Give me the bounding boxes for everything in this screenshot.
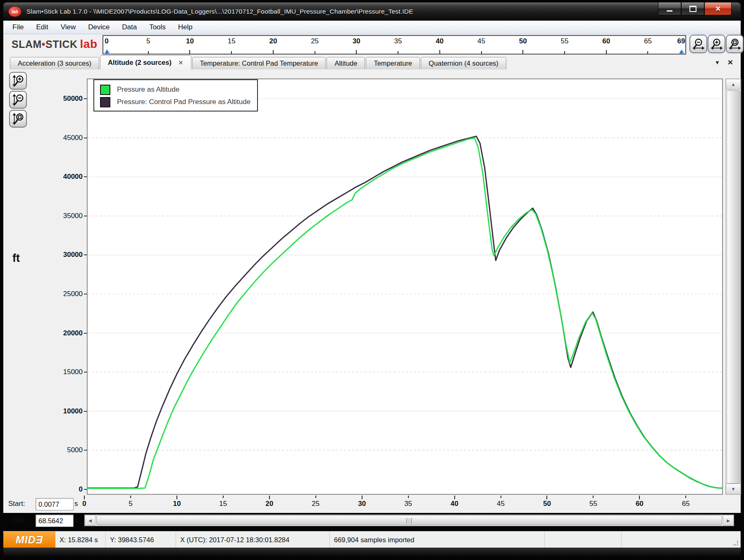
tab-bar: Acceleration (3 sources)Altitude (2 sour… (3, 56, 741, 69)
legend-swatch (100, 85, 110, 95)
end-unit-label: s (74, 516, 78, 524)
y-axis-tick-mark (84, 372, 87, 373)
x-axis-tick-mark (501, 496, 501, 498)
ruler-tick-label: 25 (311, 37, 319, 45)
logo-text-lab: lab (80, 38, 98, 50)
ruler-tick-label: 30 (353, 37, 360, 45)
scroll-down-button[interactable]: ▼ (726, 484, 741, 494)
y-axis-tick-mark (84, 216, 87, 216)
x-axis-tick-mark (130, 496, 131, 498)
menu-item-help[interactable]: Help (178, 23, 193, 31)
minimize-button[interactable] (658, 2, 681, 15)
zoom-in-vertical-button[interactable] (9, 72, 27, 90)
tab-overflow-icon[interactable]: ▼ (715, 59, 720, 66)
y-axis-tick-label: 20000 (21, 329, 83, 337)
tab-altitude-2-sources[interactable]: Altitude (2 sources)✕ (100, 55, 191, 69)
y-axis-unit-label: ft (12, 252, 20, 265)
x-axis-tick-label: 25 (312, 500, 320, 508)
range-start-marker[interactable] (105, 50, 110, 53)
y-axis-tick-mark (84, 294, 87, 294)
menu-item-view[interactable]: View (61, 23, 76, 31)
x-axis-tick-mark (315, 496, 316, 498)
start-time-input[interactable] (36, 498, 74, 510)
zoom-in-horizontal-button[interactable] (708, 35, 725, 53)
x-axis-strip: 05101520253035404550556065 (3, 496, 741, 513)
scroll-left-button[interactable]: ◀ (85, 515, 95, 526)
y-axis-tick-mark (84, 411, 87, 412)
x-axis-tick-mark (176, 496, 177, 499)
window-title: Slam•Stick Lab 1.7.0 - \\MIDE2007\Produc… (26, 8, 413, 15)
y-axis-tick-mark (84, 176, 87, 177)
menu-item-file[interactable]: File (12, 23, 24, 31)
resize-grip[interactable] (733, 541, 738, 546)
status-cell-5 (622, 532, 741, 548)
tabbar-close-icon[interactable]: ✕ (727, 58, 733, 67)
app-icon: lab (8, 6, 21, 17)
tab-altitude[interactable]: Altitude (327, 57, 365, 69)
start-unit-label: s (74, 500, 78, 508)
range-end-marker[interactable] (679, 50, 684, 53)
tab-label: Altitude (2 sources) (108, 59, 172, 66)
ruler-tick-label: 69 (677, 37, 685, 45)
vertical-scrollbar[interactable]: ▲ ▼ (725, 78, 741, 495)
ruler-tick-label: 10 (186, 37, 194, 45)
tab-acceleration-3-sources[interactable]: Acceleration (3 sources) (10, 57, 99, 69)
scroll-up-button[interactable]: ▲ (726, 79, 741, 90)
y-axis-tick-label: 45000 (21, 134, 83, 142)
chart-canvas[interactable] (88, 79, 722, 494)
y-axis-tick-mark (84, 138, 87, 138)
maximize-button[interactable] (681, 2, 704, 15)
zoom-out-horizontal-button[interactable] (689, 35, 707, 53)
tab-label: Temperature (374, 59, 412, 67)
x-axis-tick-mark (362, 496, 362, 499)
ruler-tick-label: 35 (394, 37, 402, 45)
x-axis-tick-label: 0 (82, 500, 86, 508)
tab-quaternion-4-sources[interactable]: Quaternion (4 sources) (421, 57, 506, 69)
application-window: lab Slam•Stick Lab 1.7.0 - \\MIDE2007\Pr… (0, 0, 744, 560)
x-axis-tick-label: 60 (636, 500, 644, 508)
ruler-tick-mark (439, 50, 440, 54)
close-button[interactable]: ✕ (704, 2, 732, 15)
x-axis-tick-label: 65 (682, 500, 690, 508)
tab-temperature-control-pad-temperature[interactable]: Temperature: Control Pad Temperature (192, 57, 326, 69)
y-axis-tick-mark (84, 98, 87, 99)
vertical-scroll-thumb[interactable] (727, 90, 741, 484)
ruler-tick-mark (273, 50, 274, 54)
zoom-fit-vertical-button[interactable] (9, 110, 27, 128)
x-axis-tick-label: 45 (497, 500, 505, 508)
ruler-tick-mark (481, 51, 482, 54)
status-cell-4 (545, 532, 622, 548)
zoom-fit-horizontal-button[interactable] (726, 35, 744, 53)
end-label: End: (12, 516, 26, 524)
x-axis-tick-mark (546, 496, 547, 499)
menu-item-data[interactable]: Data (122, 23, 137, 31)
plot-area[interactable] (87, 78, 723, 495)
x-axis-tick-mark (593, 496, 594, 498)
x-axis-tick-mark (408, 496, 409, 498)
end-time-input[interactable] (36, 515, 74, 527)
scroll-right-button[interactable]: ▶ (723, 515, 734, 526)
close-icon: ✕ (715, 5, 721, 13)
x-axis-tick-label: 30 (358, 500, 366, 508)
y-axis-tick-label: 25000 (21, 290, 83, 298)
x-axis-tick-label: 5 (129, 500, 132, 508)
menu-item-tools[interactable]: Tools (149, 23, 166, 31)
horizontal-scrollbar[interactable]: ◀ ▶ (84, 515, 734, 526)
title-bar[interactable]: lab Slam•Stick Lab 1.7.0 - \\MIDE2007\Pr… (3, 2, 741, 21)
y-axis-tick-mark (84, 333, 87, 334)
ruler-tick-mark (564, 51, 565, 54)
mide-logo: MIDƎ (3, 532, 55, 548)
series-line-1 (88, 138, 722, 489)
tab-temperature[interactable]: Temperature (366, 57, 420, 69)
tab-close-icon[interactable]: ✕ (178, 59, 184, 66)
menu-bar: FileEditViewDeviceDataToolsHelp (3, 21, 741, 34)
menu-item-edit[interactable]: Edit (36, 23, 48, 31)
ruler-tick-mark (647, 51, 648, 54)
header-row: SLAM•STICKlab 05101520253035404550556065… (3, 34, 741, 56)
time-range-ruler[interactable]: 0510152025303540455055606569 (103, 35, 686, 55)
menu-item-device[interactable]: Device (88, 23, 110, 31)
status-cell-0: X: 15.8284 s (55, 532, 106, 548)
x-axis-tick-mark (685, 496, 686, 498)
horizontal-scroll-thumb[interactable] (96, 515, 722, 525)
x-axis-tick-label: 55 (589, 500, 597, 508)
